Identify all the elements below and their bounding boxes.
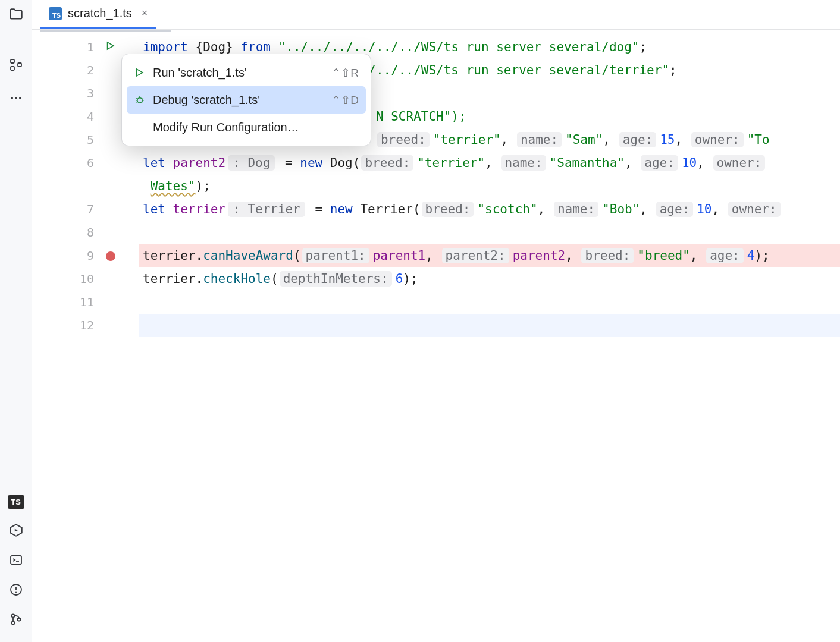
- menu-label: Run 'scratch_1.ts': [153, 66, 324, 80]
- play-icon: [134, 67, 146, 78]
- line-number: 6: [32, 152, 102, 175]
- structure-icon[interactable]: [8, 56, 24, 73]
- bug-icon: [134, 94, 146, 106]
- sidebar-divider: [8, 42, 24, 42]
- run-context-menu: Run 'scratch_1.ts' ⌃⇧R Debug 'scratch_1.…: [121, 54, 371, 146]
- svg-rect-2: [18, 63, 21, 67]
- line-number: 11: [32, 291, 102, 314]
- line-number: 1: [32, 36, 102, 59]
- typescript-file-icon: [49, 7, 62, 20]
- line-number: 7: [32, 198, 102, 221]
- svg-rect-7: [11, 556, 21, 564]
- vcs-icon[interactable]: [8, 611, 24, 628]
- tab-scratch-1[interactable]: scratch_1.ts ×: [40, 1, 156, 29]
- line-number: 3: [32, 82, 102, 105]
- tab-filename: scratch_1.ts: [68, 7, 132, 20]
- menu-label: Modify Run Configuration…: [153, 121, 359, 134]
- svg-rect-1: [11, 67, 14, 70]
- svg-point-13: [11, 622, 14, 625]
- modify-run-config-menu-item[interactable]: Modify Run Configuration…: [127, 114, 366, 141]
- run-gutter-icon[interactable]: [105, 36, 115, 59]
- project-folder-icon[interactable]: [8, 6, 24, 23]
- main-area: scratch_1.ts × 1 2 3 4 5 6 7 8 9: [32, 0, 840, 642]
- more-icon[interactable]: [8, 90, 24, 106]
- debug-menu-item[interactable]: Debug 'scratch_1.ts' ⌃⇧D: [127, 86, 366, 114]
- menu-shortcut: ⌃⇧D: [331, 93, 359, 107]
- svg-point-11: [15, 592, 17, 593]
- code-line[interactable]: [139, 314, 840, 337]
- menu-label: Debug 'scratch_1.ts': [153, 93, 324, 107]
- problems-icon[interactable]: [8, 581, 24, 598]
- typescript-tool-icon[interactable]: TS: [8, 495, 24, 509]
- code-line[interactable]: let terrier: Terrier = new Terrier(breed…: [139, 198, 840, 221]
- terminal-icon[interactable]: [8, 552, 24, 568]
- svg-point-5: [19, 97, 21, 99]
- close-tab-icon[interactable]: ×: [142, 7, 148, 20]
- services-icon[interactable]: [8, 522, 24, 539]
- line-number: 10: [32, 268, 102, 291]
- svg-point-12: [11, 615, 14, 618]
- line-number: 9: [32, 244, 102, 268]
- left-toolbar: TS: [0, 0, 32, 642]
- line-number: 4: [32, 105, 102, 128]
- code-line[interactable]: terrier.canHaveAward(parent1:parent1, pa…: [139, 244, 840, 268]
- line-number: 5: [32, 128, 102, 152]
- code-line[interactable]: terrier.checkHole(depthInMeters:6);: [139, 268, 840, 291]
- breakpoint-icon[interactable]: [106, 251, 115, 261]
- svg-point-17: [137, 98, 142, 103]
- svg-point-3: [11, 97, 13, 99]
- run-menu-item[interactable]: Run 'scratch_1.ts' ⌃⇧R: [127, 59, 366, 86]
- editor-tabs: scratch_1.ts ×: [32, 0, 840, 30]
- svg-marker-16: [137, 69, 143, 76]
- svg-rect-0: [11, 59, 14, 63]
- line-number: 2: [32, 59, 102, 82]
- line-number: 12: [32, 314, 102, 337]
- svg-point-4: [15, 97, 17, 99]
- line-number: 8: [32, 221, 102, 244]
- svg-marker-15: [108, 42, 114, 49]
- menu-shortcut: ⌃⇧R: [331, 66, 359, 80]
- code-line[interactable]: let parent2: Dog = new Dog(breed:"terrie…: [139, 152, 840, 175]
- code-line[interactable]: Wates");: [139, 175, 840, 198]
